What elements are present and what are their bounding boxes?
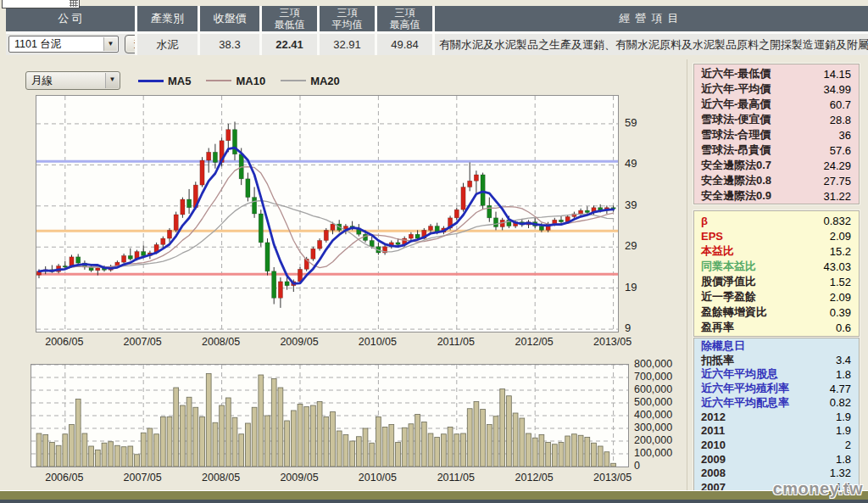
candlestick-svg[interactable] bbox=[36, 96, 618, 332]
volume-bars-group[interactable] bbox=[36, 374, 615, 467]
col-header-avg3: 三項 平均值 bbox=[320, 6, 375, 31]
stat-value: 31.22 bbox=[823, 190, 851, 203]
stat-row: 近六年-最高價60.7 bbox=[694, 97, 859, 112]
stat-row: 近六年平均殖利率4.77 bbox=[694, 382, 859, 396]
value-row: 1101 台泥 ▼ 查詢 水泥 38.3 22.41 32.91 49.84 有… bbox=[6, 34, 868, 55]
stat-row: 盈餘轉增資比0.39 bbox=[694, 305, 859, 320]
col-header-company: 公 司 bbox=[6, 6, 135, 31]
fundamentals-panel: β0.832EPS2.09本益比15.2同業本益比43.03股價淨值比1.52近… bbox=[693, 210, 860, 337]
close-price-value: 38.3 bbox=[200, 34, 259, 55]
watermark: cmoney.tw bbox=[773, 479, 863, 499]
stat-value: 60.7 bbox=[830, 98, 851, 111]
price-y-tick: 39 bbox=[625, 198, 637, 211]
volume-x-tick: 2007/05 bbox=[120, 472, 164, 483]
valuation-panel: 近六年-最低價14.15近六年-平均價34.99近六年-最高價60.7雪球法-便… bbox=[693, 64, 860, 204]
price-x-tick: 2008/05 bbox=[199, 336, 243, 348]
price-y-tick: 9 bbox=[625, 321, 631, 334]
stat-value: 36 bbox=[839, 129, 851, 142]
stat-label: 2010 bbox=[701, 439, 726, 451]
period-select-value: 月線 bbox=[31, 75, 53, 87]
price-y-tick: 19 bbox=[625, 281, 637, 293]
price-x-tick: 2007/05 bbox=[120, 336, 164, 348]
legend-line-icon bbox=[206, 80, 231, 81]
stat-label: 近六年平均殖利率 bbox=[701, 381, 789, 396]
stat-label: 雪球法-合理價 bbox=[701, 127, 771, 143]
stat-label: 同業本益比 bbox=[701, 259, 756, 274]
stat-label: 近六年平均股息 bbox=[701, 366, 778, 382]
volume-svg[interactable] bbox=[31, 365, 628, 467]
price-x-tick: 2012/05 bbox=[512, 336, 556, 348]
stat-label: 安全邊際法0.8 bbox=[701, 173, 771, 188]
industry-value: 水泥 bbox=[137, 34, 198, 55]
volume-y-tick: 0 bbox=[634, 460, 640, 472]
legend-item: MA5 bbox=[138, 75, 191, 87]
volume-x-tick: 2013/05 bbox=[591, 472, 635, 483]
stat-value: 1.8 bbox=[836, 368, 851, 381]
stock-select[interactable]: 1101 台泥 ▼ bbox=[8, 36, 119, 53]
price-x-tick: 2010/05 bbox=[355, 336, 399, 348]
chevron-down-icon[interactable]: ▼ bbox=[103, 37, 117, 51]
stat-value: 0.82 bbox=[830, 396, 851, 409]
col-header-max3-line2: 最高值 bbox=[377, 19, 432, 31]
legend-label: MA10 bbox=[236, 75, 265, 87]
stat-row: 近六年-最低價14.15 bbox=[694, 66, 859, 81]
drag-grip-icon[interactable] bbox=[70, 0, 78, 7]
volume-y-tick: 100,000 bbox=[634, 447, 672, 459]
col-header-business: 經營項目 bbox=[435, 6, 868, 31]
stat-value: 1.9 bbox=[836, 424, 851, 437]
volume-chart[interactable] bbox=[31, 364, 629, 467]
volume-x-tick: 2011/05 bbox=[434, 472, 478, 483]
legend-label: MA5 bbox=[168, 75, 191, 87]
stat-label: 近六年-最低價 bbox=[701, 66, 771, 81]
stat-row: 安全邊際法0.931.22 bbox=[694, 188, 859, 204]
price-y-tick: 49 bbox=[625, 157, 637, 170]
stat-row: 近六年平均配息率0.82 bbox=[694, 395, 859, 410]
legend-line-icon bbox=[281, 80, 306, 81]
dividends-panel: 除權息日扣抵率3.4近六年平均股息1.8近六年平均殖利率4.77近六年平均配息率… bbox=[693, 338, 860, 494]
volume-y-tick: 300,000 bbox=[634, 422, 672, 433]
business-description: 有關水泥及水泥製品之生產及運銷、有關水泥原料及水泥製品原料之開採製造運銷及附屬礦… bbox=[435, 34, 868, 55]
max3-value: 49.84 bbox=[377, 34, 432, 55]
chevron-down-icon[interactable]: ▼ bbox=[105, 73, 119, 88]
stat-label: 2012 bbox=[701, 411, 726, 423]
stat-label: 扣抵率 bbox=[701, 353, 734, 368]
stat-label: 近六年-最高價 bbox=[701, 97, 771, 112]
candlestick-chart[interactable] bbox=[36, 95, 619, 333]
stat-label: 股價淨值比 bbox=[701, 274, 756, 289]
period-select[interactable]: 月線 ▼ bbox=[25, 71, 120, 90]
stat-value: 1.9 bbox=[836, 411, 851, 423]
volume-y-tick: 600,000 bbox=[634, 383, 672, 395]
stat-label: 除權息日 bbox=[701, 338, 745, 354]
stat-label: 2009 bbox=[701, 453, 726, 466]
stat-value: 14.15 bbox=[823, 68, 851, 81]
volume-y-tick: 800,000 bbox=[634, 358, 672, 370]
stat-row: 近六年平均股息1.8 bbox=[694, 367, 859, 382]
col-header-max3: 三項 最高值 bbox=[377, 6, 432, 31]
floating-input-box[interactable] bbox=[2, 0, 80, 8]
stat-row: 本益比15.2 bbox=[694, 243, 859, 259]
bottom-bar bbox=[0, 490, 868, 500]
query-button[interactable]: 查詢 bbox=[125, 35, 135, 53]
legend-item: MA20 bbox=[281, 75, 340, 87]
stat-label: β bbox=[701, 215, 708, 227]
stat-label: 2008 bbox=[701, 467, 726, 479]
stat-row: 20111.9 bbox=[694, 424, 859, 439]
stat-value: 57.6 bbox=[830, 144, 851, 157]
price-x-tick: 2013/05 bbox=[591, 336, 635, 348]
stock-select-value: 1101 台泥 bbox=[14, 38, 61, 50]
volume-x-tick: 2008/05 bbox=[199, 472, 243, 483]
volume-y-tick: 200,000 bbox=[634, 434, 672, 446]
candles-group[interactable] bbox=[36, 122, 615, 308]
stat-label: 盈餘轉增資比 bbox=[701, 305, 767, 320]
col-header-avg3-line1: 三項 bbox=[320, 7, 375, 19]
stat-value: 0.832 bbox=[823, 215, 851, 227]
volume-x-tick: 2009/05 bbox=[277, 472, 321, 483]
stat-row: 安全邊際法0.724.29 bbox=[694, 158, 859, 173]
bottom-edge bbox=[0, 500, 868, 503]
col-header-avg3-line2: 平均值 bbox=[320, 19, 375, 31]
stat-value: 2.09 bbox=[830, 230, 851, 243]
stat-value: 34.99 bbox=[823, 83, 851, 96]
stat-label: 2011 bbox=[701, 424, 725, 437]
price-y-tick: 59 bbox=[625, 116, 637, 129]
stat-value: 2 bbox=[845, 439, 851, 451]
